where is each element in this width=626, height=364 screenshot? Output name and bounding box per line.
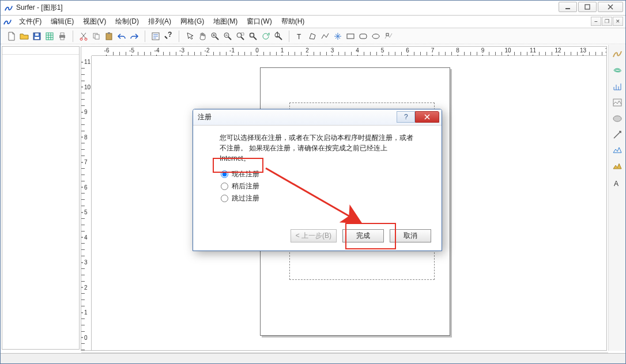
hand-icon[interactable] [196,30,209,43]
menu-grid[interactable]: 网格(G) [176,16,209,28]
menu-file[interactable]: 文件(F) [14,16,46,28]
polyline-icon[interactable] [319,30,331,43]
radio-register-now-input[interactable] [221,170,228,178]
svg-text:T: T [297,33,301,41]
radio-register-later-input[interactable] [221,183,228,190]
radio-skip-register-label: 跳过注册 [232,194,259,203]
zoom-rect-icon[interactable] [234,30,247,43]
post-icon[interactable] [610,79,624,93]
radio-skip-register[interactable]: 跳过注册 [221,194,418,203]
panel-header [2,47,79,55]
app-icon [4,3,13,13]
svg-point-28 [372,34,379,39]
rounded-rect-icon[interactable] [357,30,369,43]
rectangle-icon[interactable] [344,30,357,43]
dialog-help-button[interactable]: ? [397,111,415,123]
radio-register-later-label: 稍后注册 [232,181,259,191]
refresh-icon[interactable] [259,30,272,43]
svg-rect-0 [565,8,570,9]
title-bar: Surfer - [图形1] [1,1,625,16]
svg-rect-27 [360,34,367,39]
zoom-out-icon[interactable] [221,30,234,43]
toolbar: ? 1 T [1,28,625,44]
mdi-restore-button[interactable]: ❐ [602,17,612,26]
radio-skip-register-input[interactable] [221,195,228,202]
properties-icon[interactable] [149,30,162,43]
svg-text:?: ? [404,113,408,120]
new-file-icon[interactable] [5,30,18,43]
close-button[interactable] [598,2,623,12]
svg-text:A: A [614,180,619,188]
status-bar [1,353,625,363]
dialog-body: 您可以选择现在注册，或者在下次启动本程序时提醒注册，或者不注册。 如果现在注册，… [193,126,442,211]
undo-icon[interactable] [115,30,128,43]
shaded-relief-icon[interactable] [610,112,624,126]
mdi-minimize-button[interactable]: ‒ [591,17,601,26]
svg-rect-5 [46,33,53,40]
horizontal-ruler: -6-5-4-3-2-101234567891011121314 [92,47,606,56]
svg-rect-14 [108,32,110,34]
menu-arrange[interactable]: 排列(A) [144,16,176,28]
basemap-icon[interactable] [610,47,624,61]
register-dialog: 注册 ? 您可以选择现在注册，或者在下次启动本程序时提醒注册，或者不注册。 如果… [193,109,442,251]
svg-rect-22 [250,33,254,37]
save-icon[interactable] [31,30,43,43]
reshape-icon[interactable] [382,30,395,43]
svg-rect-3 [35,33,39,36]
svg-rect-12 [95,35,99,39]
dialog-close-button[interactable] [415,111,439,123]
svg-text:?: ? [168,32,172,39]
svg-rect-13 [106,33,112,40]
image-icon[interactable] [610,96,624,109]
zoom-fit-icon[interactable] [247,30,259,43]
dialog-description: 您可以选择现在注册，或者在下次启动本程序时提醒注册，或者不注册。 如果现在注册，… [220,132,418,164]
open-file-icon[interactable] [18,30,31,43]
menu-draw[interactable]: 绘制(D) [111,16,144,28]
surface-icon[interactable] [610,160,624,174]
cut-icon[interactable] [77,30,90,43]
svg-rect-26 [347,34,354,39]
object-manager-panel[interactable] [2,46,80,350]
text-icon[interactable]: T [293,30,306,43]
right-toolbar: A [608,45,625,351]
finish-button[interactable]: 完成 [342,229,384,242]
svg-rect-29 [386,33,389,36]
redo-icon[interactable] [128,30,141,43]
paste-icon[interactable] [103,30,115,43]
svg-rect-7 [61,33,64,35]
back-button: < 上一步(B) [291,229,337,242]
minimize-button[interactable] [559,2,577,12]
dialog-title: 注册 [198,112,212,122]
vertical-ruler: 11109876543210 [81,56,92,350]
wireframe-icon[interactable] [610,144,624,158]
menu-map[interactable]: 地图(M) [209,16,242,28]
zoom-in-icon[interactable] [209,30,221,43]
text-label-icon[interactable]: A [610,176,624,190]
help-icon[interactable]: ? [162,30,175,43]
symbol-icon[interactable] [331,30,344,43]
contour-icon[interactable] [610,63,624,77]
print-icon[interactable] [56,30,69,43]
dialog-titlebar[interactable]: 注册 ? [193,109,442,126]
grid-icon[interactable] [43,30,56,43]
ellipse-icon[interactable] [369,30,382,43]
maximize-button[interactable] [578,2,597,12]
copy-icon[interactable] [90,30,103,43]
mdi-close-button[interactable]: ✕ [613,17,623,26]
cancel-button[interactable]: 取消 [390,229,431,242]
svg-point-31 [613,116,621,122]
menu-view[interactable]: 视图(V) [78,16,111,28]
vector-icon[interactable] [610,128,624,142]
menu-app-icon [3,16,12,28]
menu-edit[interactable]: 编辑(E) [46,16,78,28]
radio-register-now[interactable]: 现在注册 [221,169,418,179]
pointer-icon[interactable] [183,30,196,43]
svg-rect-1 [585,5,590,9]
svg-rect-8 [61,37,64,40]
radio-register-now-label: 现在注册 [232,169,259,179]
radio-register-later[interactable]: 稍后注册 [221,181,418,191]
menu-help[interactable]: 帮助(H) [277,16,310,28]
polygon-icon[interactable] [306,30,319,43]
zoom-actual-icon[interactable]: 1 [272,30,285,43]
menu-window[interactable]: 窗口(W) [242,16,276,28]
